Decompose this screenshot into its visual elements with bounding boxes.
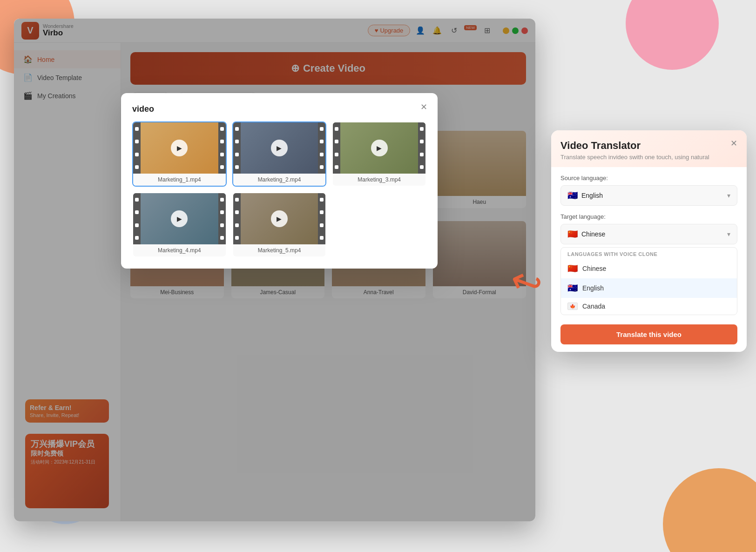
source-chevron-icon: ▾ [727,192,730,199]
source-language-value: 🇦🇺 English [567,190,603,201]
translator-header: Video Translator Translate speech invide… [551,130,747,167]
source-lang-text: English [581,192,603,199]
modal-title: video [132,104,426,114]
language-dropdown: Languages with voice clone 🇨🇳 Chinese 🇦🇺… [560,247,737,315]
modal-close-button[interactable]: ✕ [417,101,430,114]
dropdown-item-english[interactable]: 🇦🇺 English [561,278,737,298]
film-strip-left-5 [233,193,241,244]
bg-decoration-bottomright [663,468,756,552]
picker-grid: ▶ Marketing_1.mp4 [132,121,426,257]
source-language-label: Source language: [560,175,737,182]
translator-body: Source language: 🇦🇺 English ▾ Target lan… [551,167,747,352]
bg-decoration-topright [626,0,719,70]
film-strip-right-1 [218,122,226,174]
picker-thumb-5: ▶ [233,193,326,244]
film-strip-left-3 [333,122,340,174]
picker-item-4[interactable]: ▶ Marketing_4.mp4 [132,192,227,257]
dropdown-item-canada[interactable]: 🍁 Canada [561,298,737,315]
film-strip-right-3 [418,122,425,174]
film-strip-right-2 [318,122,325,174]
video-picker-modal: video ✕ ▶ [121,93,438,269]
picker-thumb-3: ▶ [333,122,425,174]
picker-label-1: Marketing_1.mp4 [133,174,226,186]
picker-item-1[interactable]: ▶ Marketing_1.mp4 [132,121,227,187]
target-chevron-icon: ▾ [727,230,730,238]
picker-thumb-2: ▶ [233,122,326,174]
dropdown-item-chinese[interactable]: 🇨🇳 Chinese [561,259,737,278]
translator-panel: Video Translator Translate speech invide… [551,130,747,352]
canada-label: Canada [582,303,605,310]
film-strip-left-1 [133,122,141,174]
play-button-3[interactable]: ▶ [371,140,388,156]
picker-label-5: Marketing_5.mp4 [233,244,326,256]
canada-flag: 🍁 [567,303,578,310]
translator-title: Video Translator [560,140,737,152]
target-language-select[interactable]: 🇨🇳 Chinese ▾ [560,224,737,244]
target-language-value: 🇨🇳 Chinese [567,229,605,239]
dropdown-section-label: Languages with voice clone [561,248,737,259]
film-strip-left-4 [133,193,141,244]
target-flag: 🇨🇳 [567,229,578,239]
source-flag: 🇦🇺 [567,190,578,201]
picker-item-3[interactable]: ▶ Marketing_3.mp4 [332,121,426,187]
translate-button[interactable]: Translate this video [560,324,737,344]
film-strip-right-5 [318,193,325,244]
translator-close-button[interactable]: ✕ [727,137,740,150]
translator-subtitle: Translate speech invideo swith one touch… [560,154,737,161]
film-strip-left-2 [233,122,241,174]
target-language-label: Target language: [560,213,737,220]
modal-overlay: video ✕ ▶ [14,19,535,521]
play-button-2[interactable]: ▶ [271,140,288,156]
english-label: English [582,284,604,292]
chinese-flag: 🇨🇳 [567,263,578,274]
film-strip-right-4 [218,193,226,244]
play-button-4[interactable]: ▶ [171,210,188,227]
play-button-1[interactable]: ▶ [171,140,188,156]
picker-label-2: Marketing_2.mp4 [233,174,326,186]
app-window: V Wondershare Virbo ♥ Upgrade 👤 🔔 ↺ NEW … [14,19,535,521]
play-button-5[interactable]: ▶ [271,210,288,227]
picker-item-5[interactable]: ▶ Marketing_5.mp4 [232,192,327,257]
chinese-label: Chinese [582,265,606,272]
picker-thumb-1: ▶ [133,122,226,174]
picker-label-4: Marketing_4.mp4 [133,244,226,256]
picker-item-2[interactable]: ▶ Marketing_2.mp4 [232,121,327,187]
source-language-select[interactable]: 🇦🇺 English ▾ [560,185,737,206]
picker-thumb-4: ▶ [133,193,226,244]
english-flag: 🇦🇺 [567,283,578,293]
target-lang-text: Chinese [581,230,605,238]
picker-label-3: Marketing_3.mp4 [333,174,425,186]
